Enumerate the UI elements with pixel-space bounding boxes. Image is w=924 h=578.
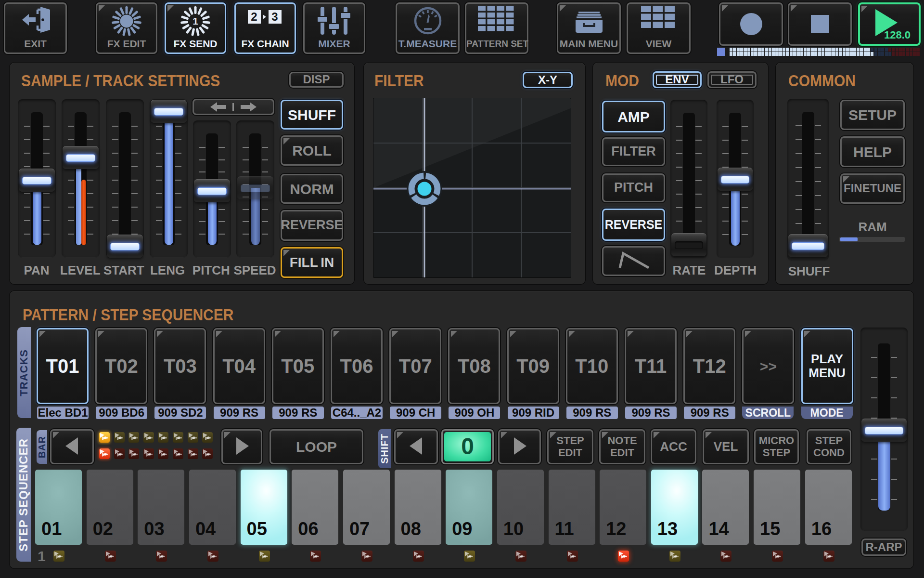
svg-text:2: 2 — [251, 10, 257, 23]
svg-text:1: 1 — [192, 15, 198, 26]
svg-text:3: 3 — [271, 10, 278, 23]
